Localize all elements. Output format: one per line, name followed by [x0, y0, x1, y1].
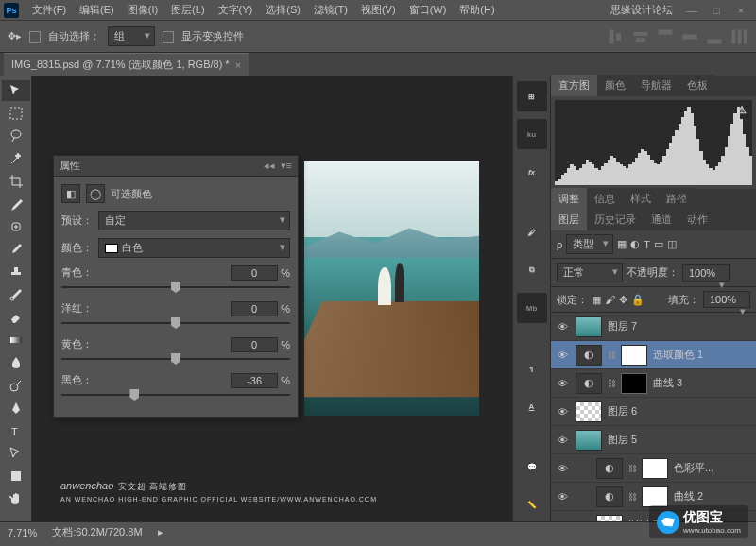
marquee-tool[interactable]: [2, 103, 30, 124]
visibility-icon[interactable]: 👁: [555, 348, 570, 363]
eyedropper-tool[interactable]: [2, 194, 30, 214]
shape-tool[interactable]: [2, 466, 30, 486]
tab-actions[interactable]: 动作: [679, 209, 715, 230]
layer-row[interactable]: 👁图层 5: [551, 426, 756, 454]
wand-tool[interactable]: [2, 148, 30, 169]
layer-row[interactable]: 👁图层 6: [551, 398, 756, 426]
tab-adjustments[interactable]: 调整: [551, 188, 587, 210]
menu-help[interactable]: 帮助(H): [454, 1, 500, 19]
panel-menu-icon[interactable]: ▾≡: [281, 160, 292, 172]
document-tab[interactable]: IMG_8315.psd @ 7.71% (选取颜色 1, RGB/8) * ×: [4, 53, 249, 76]
zoom-value[interactable]: 7.71%: [8, 527, 37, 538]
cyan-slider[interactable]: [61, 286, 290, 288]
magenta-slider[interactable]: [61, 322, 290, 324]
auto-select-checkbox[interactable]: [29, 31, 41, 43]
menu-filter[interactable]: 滤镜(T): [308, 1, 353, 19]
filter-type-icon[interactable]: T: [644, 239, 650, 250]
history-brush-tool[interactable]: [2, 284, 30, 305]
stamp-tool[interactable]: [2, 262, 30, 282]
auto-select-dropdown[interactable]: 组: [108, 26, 155, 46]
lock-all-icon[interactable]: 🔒: [631, 294, 644, 306]
dock-comment-icon[interactable]: 💬: [517, 452, 547, 482]
black-slider[interactable]: [61, 394, 290, 396]
tab-color[interactable]: 颜色: [597, 75, 633, 96]
dodge-tool[interactable]: [2, 375, 30, 396]
lock-trans-icon[interactable]: ▦: [592, 294, 601, 306]
maximize-button[interactable]: □: [705, 3, 728, 18]
dock-mb-icon[interactable]: Mb: [517, 293, 547, 323]
tab-paths[interactable]: 路径: [659, 188, 695, 210]
visibility-icon[interactable]: 👁: [555, 461, 570, 476]
visibility-icon[interactable]: 👁: [555, 489, 570, 504]
align-icon[interactable]: [680, 27, 699, 46]
move-tool[interactable]: [2, 80, 30, 101]
dock-character-icon[interactable]: A: [517, 391, 547, 421]
tab-history[interactable]: 历史记录: [587, 209, 644, 230]
tab-histogram[interactable]: 直方图: [551, 75, 597, 96]
panel-collapse-icon[interactable]: ◂◂: [264, 160, 275, 172]
filter-pixel-icon[interactable]: ▦: [617, 238, 627, 250]
dock-ku-icon[interactable]: ku: [517, 119, 547, 149]
color-dropdown[interactable]: 白色: [98, 238, 290, 258]
show-transform-checkbox[interactable]: [163, 31, 174, 43]
layer-row[interactable]: 👁◐⛓选取颜色 1: [551, 341, 756, 369]
tab-navigator[interactable]: 导航器: [633, 75, 679, 96]
filter-shape-icon[interactable]: ▭: [654, 238, 663, 250]
doc-info-menu-icon[interactable]: ▸: [158, 526, 163, 538]
menu-view[interactable]: 视图(V): [355, 1, 402, 19]
healing-tool[interactable]: [2, 216, 30, 237]
visibility-icon[interactable]: 👁: [555, 319, 570, 334]
align-icon[interactable]: [656, 27, 675, 46]
visibility-icon[interactable]: 👁: [555, 518, 570, 522]
layer-row[interactable]: 👁◐⛓色彩平...: [551, 454, 756, 483]
tab-styles[interactable]: 样式: [623, 188, 659, 210]
menu-window[interactable]: 窗口(W): [404, 1, 453, 19]
yellow-input[interactable]: [231, 337, 278, 352]
fill-input[interactable]: 100%: [703, 291, 750, 308]
path-tool[interactable]: [2, 443, 30, 464]
crop-tool[interactable]: [2, 171, 30, 192]
dock-fx-icon[interactable]: fx: [517, 157, 547, 187]
preset-dropdown[interactable]: 自定: [98, 211, 290, 230]
eraser-tool[interactable]: [2, 307, 30, 328]
layer-row[interactable]: 👁◐⛓曲线 3: [551, 369, 756, 398]
dock-brush-icon[interactable]: 🖌: [517, 217, 547, 247]
menu-edit[interactable]: 编辑(E): [74, 1, 120, 19]
dock-icon[interactable]: ⊞: [517, 81, 547, 111]
blur-tool[interactable]: [2, 352, 30, 373]
visibility-icon[interactable]: 👁: [555, 433, 570, 448]
tab-layers[interactable]: 图层: [551, 209, 587, 230]
distribute-icon[interactable]: [730, 27, 748, 46]
filter-smart-icon[interactable]: ◫: [667, 238, 677, 250]
tab-channels[interactable]: 通道: [644, 209, 679, 230]
visibility-icon[interactable]: 👁: [555, 404, 570, 419]
menu-layer[interactable]: 图层(L): [165, 1, 210, 19]
brush-tool[interactable]: [2, 239, 30, 260]
dock-clone-icon[interactable]: ⧉: [517, 255, 547, 285]
pen-tool[interactable]: [2, 398, 30, 418]
filter-icon[interactable]: ρ: [557, 239, 562, 250]
dock-paragraph-icon[interactable]: ¶: [517, 353, 547, 384]
canvas[interactable]: 属性 ◂◂ ▾≡ ◧ ◯ 可选颜色 预设： 自定 颜色： 白色: [32, 76, 512, 521]
tab-swatches[interactable]: 色板: [679, 75, 715, 96]
align-icon[interactable]: [607, 27, 626, 46]
close-button[interactable]: ×: [730, 3, 752, 18]
menu-select[interactable]: 选择(S): [260, 1, 306, 19]
opacity-input[interactable]: 100%: [682, 264, 730, 282]
lock-pos-icon[interactable]: ✥: [619, 294, 627, 306]
minimize-button[interactable]: —: [680, 3, 703, 18]
cyan-input[interactable]: [231, 265, 278, 281]
layer-row[interactable]: 👁图层 7: [551, 313, 756, 341]
gradient-tool[interactable]: [2, 330, 30, 350]
tab-close-icon[interactable]: ×: [235, 60, 241, 71]
align-icon[interactable]: [631, 27, 650, 46]
black-input[interactable]: [231, 373, 278, 388]
blend-dropdown[interactable]: 正常: [557, 263, 623, 282]
menu-type[interactable]: 文字(Y): [213, 1, 259, 19]
dock-measure-icon[interactable]: 📏: [517, 489, 547, 520]
kind-dropdown[interactable]: 类型: [566, 234, 613, 254]
type-tool[interactable]: T: [2, 420, 30, 441]
visibility-icon[interactable]: 👁: [555, 376, 570, 391]
lock-pixel-icon[interactable]: 🖌: [605, 294, 615, 305]
align-icon[interactable]: [705, 27, 724, 46]
